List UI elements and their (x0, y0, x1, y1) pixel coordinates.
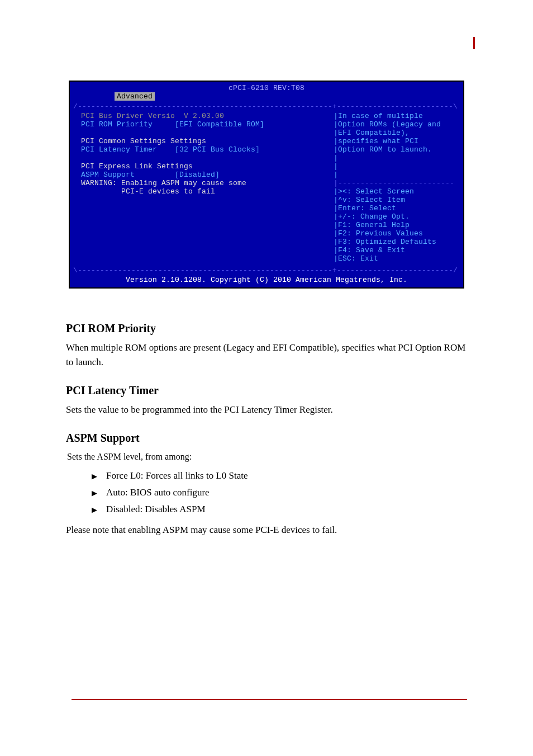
list-item: ▶ Disabled: Disables ASPM (92, 504, 467, 515)
list-item-text: Force L0: Forces all links to L0 State (106, 470, 248, 481)
bios-item-label[interactable]: ASPM Support (81, 171, 135, 179)
bios-keyhint: |Enter: Select (334, 204, 460, 212)
bios-help-line: |In case of multiple (334, 112, 460, 120)
bios-help-line: | (334, 162, 460, 171)
bios-help-line: |Option ROMs (Legacy and (334, 120, 460, 129)
bios-item-label[interactable]: PCI ROM Priority (81, 120, 153, 129)
bios-keyhint: |><: Select Screen (334, 187, 460, 196)
triangle-bullet-icon: ▶ (92, 489, 97, 498)
bios-section-heading: PCI Express Link Settings (81, 162, 327, 171)
list-item: ▶ Auto: BIOS auto configure (92, 487, 467, 498)
paragraph: Sets the value to be programmed into the… (66, 403, 467, 417)
list-item-text: Auto: BIOS auto configure (106, 487, 210, 498)
bios-bottom-border: \---------------------------------------… (70, 266, 463, 275)
paragraph: Sets the ASPM level, from among: (67, 450, 467, 464)
bios-keyhint: |F2: Previous Values (334, 229, 460, 238)
bios-help-line: | (334, 171, 460, 179)
page-cursor-mark (473, 37, 475, 49)
list-item: ▶ Force L0: Forces all links to L0 State (92, 470, 467, 481)
paragraph: When multiple ROM options are present (L… (66, 341, 467, 370)
bios-item-value[interactable]: [Disabled] (135, 171, 220, 179)
bios-right-separator: |-------------------------- (334, 179, 460, 187)
bios-keyhint: |ESC: Exit (334, 254, 460, 263)
bios-item-value[interactable]: [EFI Compatible ROM] (153, 120, 264, 129)
bios-section-heading: PCI Common Settings Settings (81, 137, 327, 145)
bios-title: cPCI-6210 REV:T08 (70, 82, 463, 93)
paragraph: Please note that enabling ASPM may cause… (66, 523, 467, 537)
bios-right-panel: |In case of multiple |Option ROMs (Legac… (330, 111, 463, 266)
list-item-text: Disabled: Disables ASPM (106, 504, 206, 515)
bios-help-line: |Option ROM to launch. (334, 145, 460, 154)
bios-keyhint: |F4: Save & Exit (334, 246, 460, 254)
bios-item-label: PCI Bus Driver Versio (81, 112, 175, 120)
footer-red-rule (72, 699, 467, 700)
bios-keyhint: |F1: General Help (334, 221, 460, 229)
heading-pci-rom-priority: PCI ROM Priority (66, 322, 156, 334)
heading-pci-latency-timer: PCI Latency Timer (66, 384, 159, 396)
bios-keyhint: |+/-: Change Opt. (334, 212, 460, 221)
bios-item-value: V 2.03.00 (175, 112, 224, 120)
bios-keyhint: |^v: Select Item (334, 196, 460, 204)
heading-aspm-support: ASPM Support (66, 432, 140, 444)
bios-tab-advanced[interactable]: Advanced (115, 92, 155, 101)
bios-top-border: /---------------------------------------… (70, 102, 463, 111)
bios-keyhint: |F3: Optimized Defaults (334, 238, 460, 246)
triangle-bullet-icon: ▶ (92, 472, 97, 481)
bios-warning-line: PCI-E devices to fail (81, 187, 327, 196)
bios-screenshot: cPCI-6210 REV:T08 Advanced /------------… (69, 81, 464, 289)
bios-left-panel: PCI Bus Driver Versio V 2.03.00 PCI ROM … (70, 111, 330, 266)
bios-help-line: |EFI Compatible), (334, 129, 460, 137)
bios-item-value[interactable]: [32 PCI Bus Clocks] (157, 145, 260, 154)
bios-warning-line: WARNING: Enabling ASPM may cause some (81, 179, 327, 187)
bios-item-label[interactable]: PCI Latency Timer (81, 145, 157, 154)
bios-footer: Version 2.10.1208. Copyright (C) 2010 Am… (70, 275, 463, 287)
triangle-bullet-icon: ▶ (92, 505, 97, 514)
bios-help-line: |specifies what PCI (334, 137, 460, 145)
bios-help-line: | (334, 154, 460, 162)
document-body: PCI ROM Priority When multiple ROM optio… (66, 322, 467, 537)
